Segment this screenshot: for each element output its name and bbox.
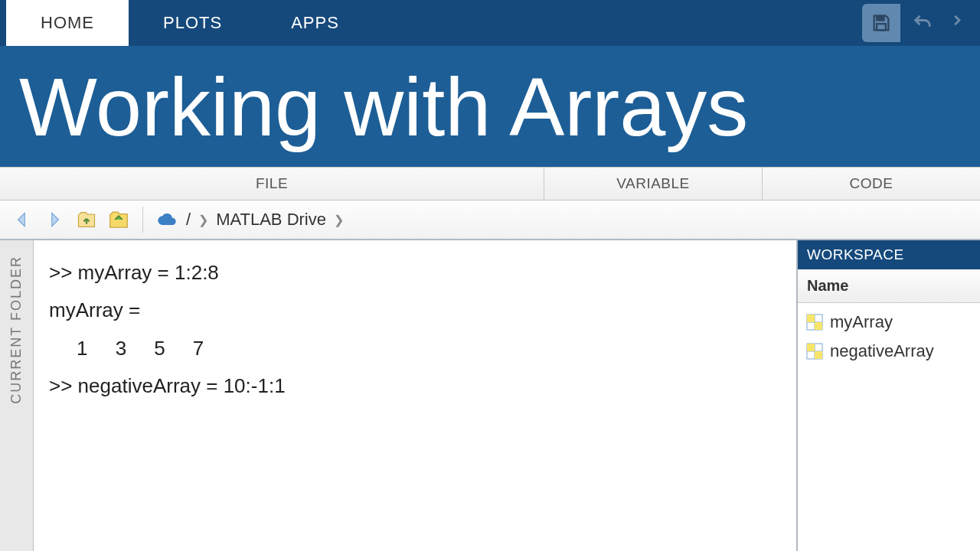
workspace-col-name[interactable]: Name xyxy=(798,269,980,303)
forward-icon[interactable] xyxy=(41,207,67,233)
svg-rect-11 xyxy=(815,351,822,359)
current-folder-label: CURRENT FOLDER xyxy=(8,256,24,404)
browse-folder-icon[interactable] xyxy=(106,207,132,233)
divider xyxy=(142,207,143,233)
workspace-var[interactable]: myArray xyxy=(798,308,980,337)
cloud-icon[interactable] xyxy=(154,207,180,233)
chevron-right-icon: ❯ xyxy=(198,213,208,227)
save-icon[interactable] xyxy=(867,8,896,37)
workspace-title: WORKSPACE xyxy=(798,240,980,269)
breadcrumb[interactable]: / ❯ MATLAB Drive ❯ xyxy=(186,210,344,230)
main-area: CURRENT FOLDER >> myArray = 1:2:8 myArra… xyxy=(0,240,980,551)
svg-rect-6 xyxy=(815,322,822,330)
redo-icon[interactable] xyxy=(945,8,974,37)
var-name: myArray xyxy=(830,312,893,332)
workspace-list: myArray negativeArray xyxy=(798,303,980,370)
svg-rect-1 xyxy=(877,24,886,30)
cmd-input-2: >> negativeArray = 10:-1:1 xyxy=(49,367,781,405)
section-variable: VARIABLE xyxy=(544,168,763,200)
command-window[interactable]: >> myArray = 1:2:8 myArray = 1 3 5 7 >> … xyxy=(34,240,796,551)
section-code: CODE xyxy=(763,168,980,200)
svg-rect-10 xyxy=(807,344,815,351)
tab-apps[interactable]: APPS xyxy=(256,0,374,46)
variable-icon xyxy=(805,342,824,360)
tab-home[interactable]: HOME xyxy=(6,0,129,46)
address-bar: / ❯ MATLAB Drive ❯ xyxy=(0,201,980,240)
svg-rect-0 xyxy=(877,16,884,21)
title-banner: Working with Arrays xyxy=(0,46,980,167)
section-bar: FILE VARIABLE CODE xyxy=(0,167,980,201)
current-folder-panel[interactable]: CURRENT FOLDER xyxy=(0,240,34,551)
cmd-output-header: myArray = xyxy=(49,292,781,329)
tab-plots[interactable]: PLOTS xyxy=(129,0,256,46)
cmd-input-1: >> myArray = 1:2:8 xyxy=(49,254,781,292)
section-file: FILE xyxy=(0,168,544,200)
variable-icon xyxy=(805,313,824,331)
up-folder-icon[interactable] xyxy=(74,207,100,233)
undo-icon[interactable] xyxy=(908,8,937,37)
workspace-var[interactable]: negativeArray xyxy=(798,337,980,366)
back-icon[interactable] xyxy=(9,207,35,233)
workspace-panel: WORKSPACE Name myArray negativeArray xyxy=(796,240,980,551)
breadcrumb-drive[interactable]: MATLAB Drive xyxy=(216,210,326,230)
toolstrip: HOME PLOTS APPS xyxy=(0,0,980,46)
svg-rect-5 xyxy=(807,315,815,322)
chevron-right-icon: ❯ xyxy=(334,213,344,227)
var-name: negativeArray xyxy=(830,341,934,361)
breadcrumb-root[interactable]: / xyxy=(186,210,191,230)
cmd-output-values: 1 3 5 7 xyxy=(49,330,781,367)
quick-access-toolbar xyxy=(862,0,980,46)
